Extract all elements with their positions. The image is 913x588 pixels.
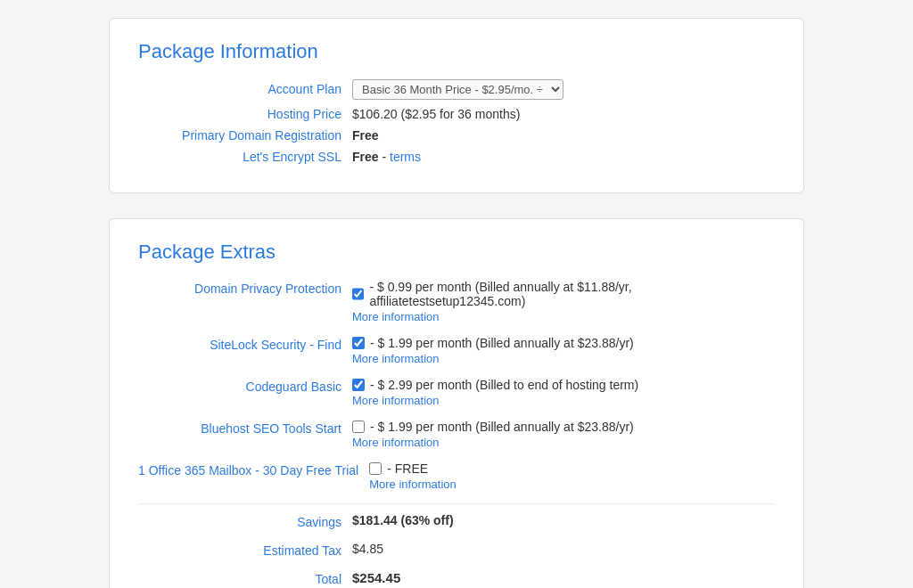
ssl-row: Let's Encrypt SSL Free - terms [138, 150, 775, 164]
domain-privacy-label: Domain Privacy Protection [138, 280, 352, 296]
sitelock-checkbox[interactable] [352, 337, 365, 349]
office365-label: 1 Office 365 Mailbox - 30 Day Free Trial [138, 461, 369, 478]
office365-checkbox[interactable] [369, 462, 382, 475]
codeguard-value: - $ 2.99 per month (Billed to end of hos… [352, 378, 638, 407]
domain-privacy-description: - $ 0.99 per month (Billed annually at $… [369, 280, 775, 308]
seo-tools-label: Bluehost SEO Tools Start [138, 420, 352, 436]
codeguard-row: Codeguard Basic - $ 2.99 per month (Bill… [138, 378, 775, 407]
domain-privacy-more-info[interactable]: More information [352, 310, 775, 323]
package-extras-title: Package Extras [138, 241, 775, 264]
seo-tools-row: Bluehost SEO Tools Start - $ 1.99 per mo… [138, 420, 775, 449]
sitelock-more-info[interactable]: More information [352, 352, 634, 365]
hosting-price-label: Hosting Price [138, 107, 352, 121]
sitelock-label: SiteLock Security - Find [138, 336, 352, 352]
package-extras-card: Package Extras Domain Privacy Protection… [109, 218, 804, 588]
office365-more-info[interactable]: More information [369, 478, 456, 491]
domain-privacy-row: Domain Privacy Protection - $ 0.99 per m… [138, 280, 775, 323]
hosting-price-row: Hosting Price $106.20 ($2.95 for 36 mont… [138, 107, 775, 121]
savings-label: Savings [138, 513, 352, 529]
domain-registration-value: Free [352, 128, 379, 143]
office365-description: - FREE [387, 461, 428, 476]
account-plan-label: Account Plan [138, 82, 352, 96]
seo-tools-description: - $ 1.99 per month (Billed annually at $… [370, 420, 634, 434]
package-information-card: Package Information Account Plan Basic 3… [109, 18, 804, 193]
codeguard-checkbox[interactable] [352, 379, 365, 391]
domain-registration-row: Primary Domain Registration Free [138, 128, 775, 143]
estimated-tax-row: Estimated Tax $4.85 [138, 542, 775, 558]
seo-tools-value: - $ 1.99 per month (Billed annually at $… [352, 420, 634, 449]
divider [138, 503, 775, 504]
account-plan-select[interactable]: Basic 36 Month Price - $2.95/mo. ÷ [352, 79, 563, 100]
total-value: $254.45 [352, 570, 400, 585]
domain-registration-label: Primary Domain Registration [138, 128, 352, 143]
estimated-tax-value: $4.85 [352, 542, 383, 556]
total-row: Total $254.45 [138, 570, 775, 586]
domain-privacy-checkbox[interactable] [352, 288, 364, 300]
total-label: Total [138, 570, 352, 586]
estimated-tax-label: Estimated Tax [138, 542, 352, 558]
sitelock-description: - $ 1.99 per month (Billed annually at $… [370, 336, 634, 350]
ssl-label: Let's Encrypt SSL [138, 150, 352, 164]
seo-tools-more-info[interactable]: More information [352, 436, 634, 449]
hosting-price-value: $106.20 ($2.95 for 36 months) [352, 107, 520, 121]
codeguard-label: Codeguard Basic [138, 378, 352, 394]
sitelock-value: - $ 1.99 per month (Billed annually at $… [352, 336, 634, 365]
account-plan-row: Account Plan Basic 36 Month Price - $2.9… [138, 79, 775, 100]
savings-value: $181.44 (63% off) [352, 513, 454, 527]
ssl-value: Free - terms [352, 150, 421, 164]
account-plan-value: Basic 36 Month Price - $2.95/mo. ÷ [352, 79, 563, 100]
office365-row: 1 Office 365 Mailbox - 30 Day Free Trial… [138, 461, 775, 491]
sitelock-row: SiteLock Security - Find - $ 1.99 per mo… [138, 336, 775, 365]
codeguard-description: - $ 2.99 per month (Billed to end of hos… [370, 378, 638, 392]
savings-row: Savings $181.44 (63% off) [138, 513, 775, 529]
office365-value: - FREE More information [369, 461, 456, 491]
seo-tools-checkbox[interactable] [352, 421, 365, 433]
domain-privacy-value: - $ 0.99 per month (Billed annually at $… [352, 280, 775, 323]
codeguard-more-info[interactable]: More information [352, 394, 638, 407]
package-info-title: Package Information [138, 40, 775, 63]
ssl-terms-link[interactable]: terms [390, 150, 421, 164]
